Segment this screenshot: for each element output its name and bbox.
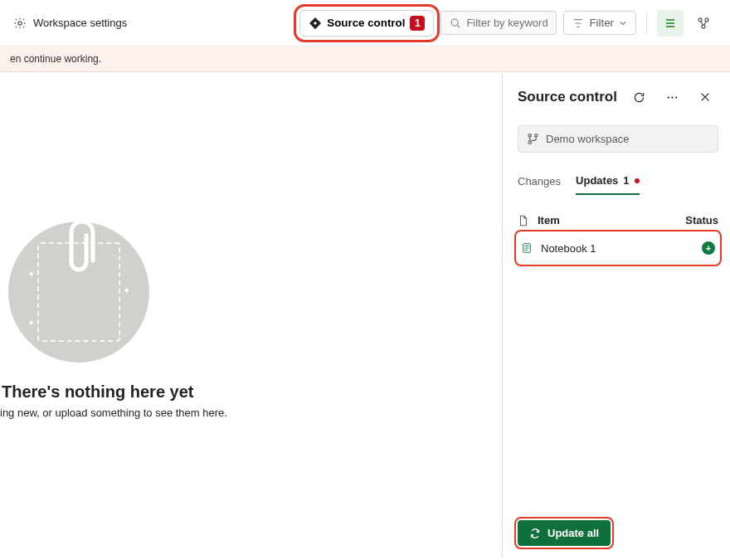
sync-icon bbox=[529, 528, 541, 539]
sparkle-icon: ✦ bbox=[123, 285, 130, 296]
notebook-icon bbox=[521, 242, 533, 254]
column-status-label: Status bbox=[685, 214, 718, 226]
filter-button[interactable]: Filter bbox=[563, 11, 636, 35]
status-added-badge: + bbox=[702, 241, 715, 255]
sparkle-icon: ✦ bbox=[27, 318, 35, 329]
filter-keyword-field[interactable] bbox=[466, 17, 548, 29]
svg-point-3 bbox=[698, 18, 702, 22]
source-control-button[interactable]: Source control 1 bbox=[299, 10, 434, 37]
content-pane: ✦ ✦ ✦ There's nothing here yet ing new, … bbox=[0, 72, 503, 558]
filter-button-label: Filter bbox=[589, 17, 614, 29]
workspace-selector[interactable]: Demo workspace bbox=[518, 125, 718, 153]
panel-tabs: Changes Updates 1 bbox=[518, 168, 718, 196]
tab-updates-label: Updates bbox=[576, 174, 618, 187]
empty-state-illustration: ✦ ✦ ✦ bbox=[8, 222, 149, 363]
tab-updates[interactable]: Updates 1 bbox=[576, 168, 640, 195]
top-toolbar: Workspace settings Source control 1 Filt… bbox=[0, 0, 730, 46]
svg-point-11 bbox=[528, 141, 531, 144]
svg-point-9 bbox=[528, 134, 531, 137]
toolbar-divider bbox=[646, 13, 647, 33]
source-control-badge: 1 bbox=[410, 16, 425, 31]
svg-point-6 bbox=[667, 96, 669, 98]
info-bar-text: en continue working. bbox=[10, 53, 101, 65]
filter-keyword-input[interactable] bbox=[440, 11, 557, 35]
svg-point-10 bbox=[535, 134, 538, 137]
workspace-settings-label: Workspace settings bbox=[33, 17, 127, 29]
lineage-view-button[interactable] bbox=[690, 10, 717, 37]
panel-spacer bbox=[518, 263, 718, 520]
svg-point-8 bbox=[675, 96, 677, 98]
main-area: ✦ ✦ ✦ There's nothing here yet ing new, … bbox=[0, 72, 730, 558]
panel-title: Source control bbox=[518, 89, 619, 105]
svg-point-2 bbox=[452, 19, 459, 26]
tab-updates-count: 1 bbox=[623, 174, 629, 187]
info-bar: en continue working. bbox=[0, 46, 730, 72]
tab-changes[interactable]: Changes bbox=[518, 168, 561, 195]
empty-state-subtitle: ing new, or upload something to see them… bbox=[0, 407, 227, 419]
svg-point-5 bbox=[702, 25, 705, 28]
svg-point-4 bbox=[705, 18, 708, 22]
updates-list-header: Item Status bbox=[518, 214, 718, 226]
column-item-label: Item bbox=[538, 214, 560, 226]
panel-header: Source control bbox=[518, 84, 718, 110]
workspace-settings-button[interactable]: Workspace settings bbox=[13, 17, 127, 30]
svg-point-7 bbox=[671, 96, 673, 98]
item-name: Notebook 1 bbox=[541, 242, 596, 255]
sparkle-icon: ✦ bbox=[27, 269, 35, 280]
paperclip-icon bbox=[61, 221, 96, 277]
more-options-button[interactable] bbox=[659, 84, 685, 110]
source-control-panel: Source control Demo workspace Changes Up… bbox=[503, 72, 730, 558]
chevron-down-icon bbox=[619, 19, 627, 27]
list-view-toggle[interactable] bbox=[657, 10, 684, 37]
branch-diamond-icon bbox=[309, 17, 322, 30]
updates-indicator-dot bbox=[635, 178, 640, 183]
file-icon bbox=[518, 215, 529, 226]
branch-icon bbox=[527, 133, 539, 145]
search-icon bbox=[450, 17, 461, 29]
updates-list-row[interactable]: Notebook 1 + bbox=[518, 233, 718, 263]
filter-icon bbox=[572, 17, 584, 29]
refresh-button[interactable] bbox=[625, 84, 652, 110]
close-panel-button[interactable] bbox=[692, 84, 718, 110]
gear-icon bbox=[13, 17, 27, 30]
update-all-button[interactable]: Update all bbox=[518, 520, 611, 546]
tab-changes-label: Changes bbox=[518, 175, 561, 187]
update-all-label: Update all bbox=[548, 527, 599, 539]
empty-frame: ✦ ✦ ✦ bbox=[37, 242, 120, 342]
workspace-selector-label: Demo workspace bbox=[546, 133, 629, 145]
empty-state-title: There's nothing here yet bbox=[2, 382, 193, 402]
svg-point-0 bbox=[18, 21, 22, 24]
source-control-label: Source control bbox=[327, 17, 405, 29]
